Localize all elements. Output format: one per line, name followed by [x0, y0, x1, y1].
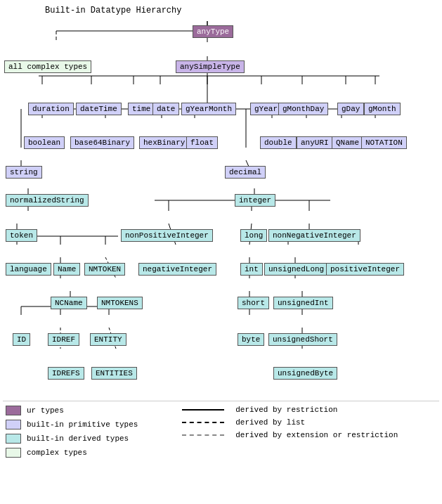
node-short: short — [238, 297, 269, 309]
node-anySimpleType: anySimpleType — [176, 60, 245, 73]
legend-solid-label: derived by restriction — [235, 406, 337, 414]
legend-ur-label: ur types — [27, 406, 64, 415]
node-dateTime: dateTime — [76, 103, 122, 115]
node-NCName: NCName — [51, 297, 87, 309]
node-gYear: gYear — [250, 103, 282, 115]
node-allComplexTypes: all complex types — [4, 60, 91, 73]
legend-box-primitive — [6, 420, 21, 429]
node-Name: Name — [53, 263, 80, 276]
legend-box-complex — [6, 448, 21, 458]
node-gYearMonth: gYearMonth — [181, 103, 236, 115]
node-unsignedLong: unsignedLong — [264, 263, 328, 276]
diagram-title: Built-in Datatype Hierarchy — [3, 6, 439, 15]
node-boolean: boolean — [24, 136, 65, 149]
node-anyType: anyType — [193, 25, 233, 38]
node-hexBinary: hexBinary — [139, 136, 189, 149]
legend-dashdot-line: derived by extension or restriction — [182, 431, 436, 439]
legend-solid-icon — [182, 409, 224, 411]
node-ENTITY: ENTITY — [90, 333, 126, 346]
legend-dashed-line: derived by list — [182, 418, 436, 427]
node-gMonthDay: gMonthDay — [278, 103, 328, 115]
legend: ur types built-in primitive types built-… — [3, 401, 439, 462]
node-language: language — [6, 263, 51, 276]
node-base64Binary: base64Binary — [70, 136, 134, 149]
node-int: int — [240, 263, 263, 276]
node-anyURI: anyURI — [297, 136, 333, 149]
legend-box-derived — [6, 434, 21, 444]
legend-dashdot-label: derived by extension or restriction — [235, 431, 398, 439]
diagram-container: Built-in Datatype Hierarchy — [0, 0, 442, 467]
node-NMTOKENS: NMTOKENS — [97, 297, 143, 309]
node-nonNegativeInteger: nonNegativeInteger — [268, 229, 360, 242]
node-IDREFS: IDREFS — [48, 367, 84, 380]
legend-derived-label: built-in derived types — [27, 434, 129, 443]
node-unsignedInt: unsignedInt — [273, 297, 333, 309]
node-QName: QName — [332, 136, 363, 149]
node-normalizedString: normalizedString — [6, 194, 89, 207]
node-ENTITIES: ENTITIES — [91, 367, 137, 380]
legend-dashdot-icon — [182, 434, 224, 436]
node-unsignedShort: unsignedShort — [268, 333, 337, 346]
legend-box-ur — [6, 406, 21, 415]
node-unsignedByte: unsignedByte — [273, 367, 337, 380]
node-IDREF: IDREF — [48, 333, 79, 346]
legend-complex-type: complex types — [6, 448, 175, 458]
legend-dashed-label: derived by list — [235, 418, 305, 427]
node-double: double — [260, 136, 297, 149]
legend-solid-line: derived by restriction — [182, 406, 436, 414]
legend-primitive-type: built-in primitive types — [6, 420, 175, 429]
node-string: string — [6, 166, 42, 179]
node-gMonth: gMonth — [364, 103, 401, 115]
node-positiveInteger: positiveInteger — [326, 263, 404, 276]
node-time: time — [128, 103, 155, 115]
node-date: date — [152, 103, 179, 115]
legend-types: ur types built-in primitive types built-… — [6, 406, 175, 458]
legend-dashed-icon — [182, 422, 224, 423]
node-gDay: gDay — [337, 103, 364, 115]
legend-derived-type: built-in derived types — [6, 434, 175, 444]
legend-lines: derived by restriction derived by list d… — [182, 406, 436, 458]
node-token: token — [6, 229, 37, 242]
node-decimal: decimal — [225, 166, 266, 179]
node-integer: integer — [235, 194, 275, 207]
node-NMTOKEN: NMTOKEN — [84, 263, 125, 276]
node-ID: ID — [13, 333, 30, 346]
node-negativeInteger: negativeInteger — [138, 263, 216, 276]
legend-ur-type: ur types — [6, 406, 175, 415]
node-byte: byte — [238, 333, 264, 346]
node-NOTATION: NOTATION — [361, 136, 407, 149]
node-float: float — [186, 136, 218, 149]
legend-complex-label: complex types — [27, 448, 87, 457]
node-nonPositiveInteger: nonPositiveInteger — [121, 229, 213, 242]
node-long: long — [240, 229, 267, 242]
node-duration: duration — [28, 103, 74, 115]
legend-primitive-label: built-in primitive types — [27, 420, 138, 429]
